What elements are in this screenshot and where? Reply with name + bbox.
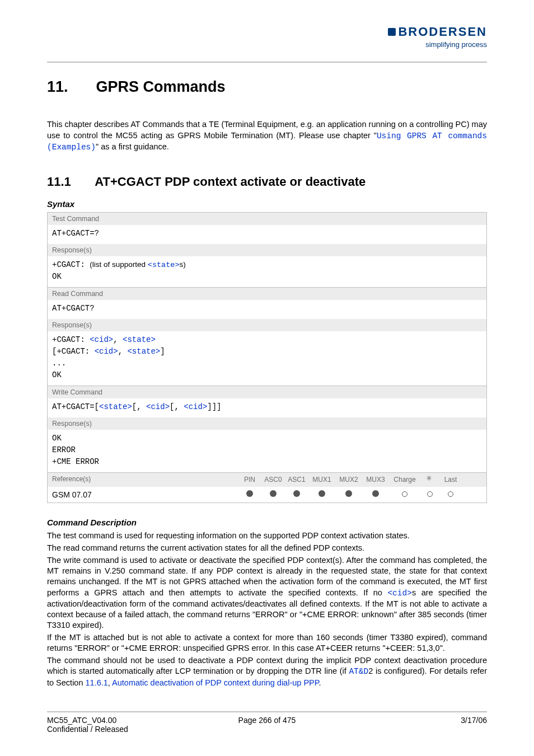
page-footer: MC55_ATC_V04.00 Confidential / Released … xyxy=(47,711,487,734)
test-command-label: Test Command xyxy=(48,213,486,225)
col-last: Last xyxy=(439,476,462,483)
desc-p5d: . xyxy=(319,678,321,687)
section-title-link[interactable]: Automatic deactivation of PDP context du… xyxy=(112,678,318,687)
col-asc0: ASC0 xyxy=(261,476,285,483)
desc-p1: The test command is used for requesting … xyxy=(47,530,487,541)
footer-date: 3/17/06 xyxy=(340,716,487,734)
write-response-body: OK ERROR +CME ERROR xyxy=(48,430,486,472)
logo-square-icon xyxy=(388,28,396,36)
w-m1: [, xyxy=(132,402,146,411)
read-line1-pre: +CGACT: xyxy=(52,335,90,344)
dot-last xyxy=(439,491,462,499)
col-mux1: MUX1 xyxy=(308,476,335,483)
w-m2: [, xyxy=(170,402,184,411)
footer-doc-id: MC55_ATC_V04.00 xyxy=(47,716,194,725)
desc-p5: The command should not be used to deacti… xyxy=(47,655,487,688)
desc-p2: The read command returns the current act… xyxy=(47,543,487,553)
write-command-label: Write Command xyxy=(48,386,486,398)
col-mux3: MUX3 xyxy=(362,476,389,483)
command-description: Command Description The test command is … xyxy=(47,518,487,688)
write-error: ERROR xyxy=(52,444,482,456)
command-description-heading: Command Description xyxy=(47,518,487,527)
state-param[interactable]: <state> xyxy=(127,347,160,356)
col-mux2: MUX2 xyxy=(335,476,362,483)
w-suf: ]]] xyxy=(207,402,221,411)
test-response-label: Response(s) xyxy=(48,244,486,256)
section-number: 11.1 xyxy=(47,175,92,189)
write-command-text: AT+CGACT=[<state>[, <cid>[, <cid>]]] xyxy=(52,401,482,413)
dot-mux1 xyxy=(308,490,335,499)
footer-left: MC55_ATC_V04.00 Confidential / Released xyxy=(47,716,194,734)
reference-dots xyxy=(238,487,486,503)
col-charge: Charge xyxy=(389,476,420,483)
comma1: , xyxy=(113,335,123,344)
test-command-row: Test Command AT+CGACT=? Response(s) +CGA… xyxy=(48,213,486,288)
test-response-body: +CGACT: (list of supported <state>s) OK xyxy=(48,256,486,287)
dot-asc0 xyxy=(261,490,285,499)
comma2: , xyxy=(118,347,128,356)
write-command-row: Write Command AT+CGACT=[<state>[, <cid>[… xyxy=(48,386,486,473)
cid-param[interactable]: <cid> xyxy=(95,347,118,356)
read-line2-pre: [+CGACT: xyxy=(52,347,95,356)
brand-tagline: simplifying process xyxy=(388,40,487,49)
write-cme: +CME ERROR xyxy=(52,456,482,468)
cid-param[interactable]: <cid> xyxy=(90,335,113,344)
dot-charge xyxy=(389,491,420,499)
w-pre: AT+CGACT=[ xyxy=(52,402,99,411)
section-link[interactable]: 11.6.1 xyxy=(86,678,108,687)
section-title: AT+CGACT PDP context activate or deactiv… xyxy=(95,175,366,189)
airplane-mode-icon xyxy=(426,475,434,483)
read-ok: OK xyxy=(52,369,482,381)
read-command-text: AT+CGACT? xyxy=(52,303,482,314)
chapter-title: GPRS Commands xyxy=(96,78,226,95)
dot-mux2 xyxy=(335,490,362,499)
read-line2-suf: ] xyxy=(160,347,165,356)
cid-param[interactable]: <cid> xyxy=(146,402,170,411)
write-response-label: Response(s) xyxy=(48,417,486,430)
state-param[interactable]: <state> xyxy=(99,402,132,411)
chapter-heading: 11. GPRS Commands xyxy=(47,78,487,96)
col-asc1: ASC1 xyxy=(285,476,308,483)
section-heading: 11.1 AT+CGACT PDP context activate or de… xyxy=(47,175,487,189)
resp-suffix: s) xyxy=(180,260,186,269)
reference-label: Reference(s) xyxy=(48,473,238,487)
read-response-label: Response(s) xyxy=(48,319,486,331)
state-param[interactable]: <state> xyxy=(148,261,180,269)
col-pin: PIN xyxy=(238,476,261,483)
intro-paragraph: This chapter describes AT Commands that … xyxy=(47,119,487,153)
read-dots: ... xyxy=(52,358,482,369)
dot-pin xyxy=(238,490,261,499)
cid-param[interactable]: <cid> xyxy=(387,589,412,598)
resp-mid: (list of supported xyxy=(90,260,148,269)
brand-block: BRODERSEN simplifying process xyxy=(388,25,487,49)
brand-logo: BRODERSEN xyxy=(388,25,487,39)
reference-columns-header: PIN ASC0 ASC1 MUX1 MUX2 MUX3 Charge Last xyxy=(238,473,486,487)
state-param[interactable]: <state> xyxy=(123,335,156,344)
dot-asc1 xyxy=(285,490,308,499)
read-command-label: Read Command xyxy=(48,288,486,300)
reference-row: Reference(s) PIN ASC0 ASC1 MUX1 MUX2 MUX… xyxy=(48,473,486,503)
footer-confidential: Confidential / Released xyxy=(47,725,194,734)
col-airplane-icon xyxy=(420,475,439,485)
resp-prefix: +CGACT: xyxy=(52,260,90,269)
intro-text-2: " as a first guidance. xyxy=(96,142,169,151)
page-header: BRODERSEN simplifying process xyxy=(47,25,487,63)
read-command-row: Read Command AT+CGACT? Response(s) +CGAC… xyxy=(48,288,486,386)
dot-airplane xyxy=(420,491,439,499)
dot-mux3 xyxy=(362,490,389,499)
read-response-body: +CGACT: <cid>, <state> [+CGACT: <cid>, <… xyxy=(48,331,486,386)
test-ok: OK xyxy=(52,271,482,283)
cid-param[interactable]: <cid> xyxy=(184,402,207,411)
write-ok: OK xyxy=(52,433,482,444)
syntax-heading: Syntax xyxy=(47,199,487,209)
brand-name: BRODERSEN xyxy=(398,25,487,39)
syntax-table: Test Command AT+CGACT=? Response(s) +CGA… xyxy=(47,212,487,503)
desc-p3: The write command is used to activate or… xyxy=(47,555,487,631)
chapter-number: 11. xyxy=(47,78,92,96)
footer-page-number: Page 266 of 475 xyxy=(194,716,340,734)
atd-link[interactable]: AT&D xyxy=(349,667,368,676)
test-command-text: AT+CGACT=? xyxy=(52,228,482,240)
reference-value: GSM 07.07 xyxy=(48,487,238,503)
desc-p4: If the MT is attached but is not able to… xyxy=(47,632,487,654)
